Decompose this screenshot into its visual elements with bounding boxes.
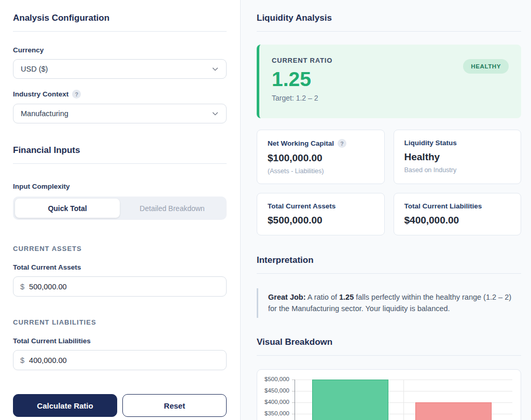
net-working-capital-subtitle: (Assets - Liabilities) bbox=[268, 167, 374, 175]
total-liabilities-card: Total Current Liabilities $400,000.00 bbox=[394, 193, 522, 235]
total-liabilities-title: Total Current Liabilities bbox=[404, 202, 482, 210]
category-gridline bbox=[403, 380, 404, 420]
currency-select-value: USD ($) bbox=[21, 65, 48, 73]
input-complexity-toggle: Quick Total Detailed Breakdown bbox=[13, 197, 227, 220]
industry-select[interactable]: Manufacturing bbox=[13, 104, 227, 123]
total-current-assets-input[interactable]: $ 500,000.00 bbox=[13, 276, 227, 297]
chart-plot-area bbox=[295, 380, 512, 420]
liquidity-status-title: Liquidity Status bbox=[404, 139, 457, 147]
current-assets-section-label: CURRENT ASSETS bbox=[13, 245, 227, 253]
y-tick-label: $350,000 bbox=[264, 410, 289, 416]
currency-prefix: $ bbox=[20, 283, 24, 291]
y-tick-label: $500,000 bbox=[264, 376, 289, 382]
interpretation-title: Interpretation bbox=[257, 255, 521, 274]
current-ratio-value: 1.25 bbox=[272, 68, 332, 91]
total-assets-title: Total Current Assets bbox=[268, 202, 336, 210]
total-assets-value: $500,000.00 bbox=[268, 215, 374, 226]
liabilities-bar bbox=[415, 402, 492, 420]
total-assets-card: Total Current Assets $500,000.00 bbox=[257, 193, 385, 235]
net-working-capital-title: Net Working Capital bbox=[268, 139, 334, 147]
reset-button[interactable]: Reset bbox=[122, 394, 227, 417]
total-current-liabilities-label: Total Current Liabilities bbox=[13, 337, 227, 345]
financial-inputs-title: Financial Inputs bbox=[13, 145, 227, 164]
total-liabilities-value: $400,000.00 bbox=[404, 215, 511, 226]
ratio-card-content: CURRENT RATIO 1.25 Target: 1.2 – 2 bbox=[272, 57, 332, 102]
analysis-configuration-panel: Analysis Configuration Currency USD ($) … bbox=[0, 0, 240, 420]
chart-y-axis-labels: $500,000 $450,000 $400,000 $350,000 bbox=[263, 380, 295, 420]
breakdown-bar-chart: $500,000 $450,000 $400,000 $350,000 bbox=[263, 380, 512, 420]
metrics-grid: Net Working Capital ? $100,000.00 (Asset… bbox=[257, 130, 521, 235]
liquidity-analysis-panel: Liquidity Analysis CURRENT RATIO 1.25 Ta… bbox=[240, 0, 531, 420]
visual-breakdown-title: Visual Breakdown bbox=[257, 337, 521, 356]
industry-select-value: Manufacturing bbox=[21, 109, 68, 118]
industry-context-label-row: Industry Context ? bbox=[13, 90, 227, 99]
interpretation-lead: Great Job: bbox=[268, 293, 306, 301]
interpretation-quote: Great Job: A ratio of 1.25 falls perfect… bbox=[257, 288, 521, 318]
chevron-down-icon bbox=[212, 65, 219, 73]
total-current-assets-label: Total Current Assets bbox=[13, 263, 227, 271]
total-current-assets-value: 500,000.00 bbox=[29, 283, 67, 291]
net-working-capital-value: $100,000.00 bbox=[268, 152, 374, 164]
interpretation-ratio: 1.25 bbox=[339, 293, 354, 301]
currency-label: Currency bbox=[13, 46, 227, 54]
ratio-target: Target: 1.2 – 2 bbox=[272, 94, 332, 102]
liquidity-status-subtitle: Based on Industry bbox=[404, 166, 511, 174]
y-axis-line bbox=[295, 380, 295, 420]
action-buttons: Calculate Ratio Reset bbox=[13, 394, 227, 417]
y-tick-label: $450,000 bbox=[264, 387, 289, 394]
segment-detailed-breakdown[interactable]: Detailed Breakdown bbox=[120, 199, 225, 218]
input-complexity-label: Input Complexity bbox=[13, 183, 227, 190]
total-current-liabilities-input[interactable]: $ 400,000.00 bbox=[13, 350, 227, 370]
liquidity-status-card: Liquidity Status Healthy Based on Indust… bbox=[394, 130, 522, 184]
net-working-capital-card: Net Working Capital ? $100,000.00 (Asset… bbox=[257, 130, 385, 184]
liquidity-status-value: Healthy bbox=[404, 151, 511, 163]
chevron-down-icon bbox=[212, 110, 219, 117]
current-ratio-card: CURRENT RATIO 1.25 Target: 1.2 – 2 HEALT… bbox=[257, 45, 521, 118]
current-ratio-label: CURRENT RATIO bbox=[272, 57, 332, 64]
assets-bar bbox=[312, 380, 388, 420]
currency-select[interactable]: USD ($) bbox=[13, 59, 227, 79]
nwc-help-icon[interactable]: ? bbox=[338, 139, 346, 148]
industry-context-label: Industry Context bbox=[13, 90, 68, 98]
calculate-ratio-button[interactable]: Calculate Ratio bbox=[13, 394, 117, 417]
healthy-status-badge: HEALTHY bbox=[463, 59, 509, 74]
currency-prefix: $ bbox=[20, 356, 24, 365]
total-current-liabilities-value: 400,000.00 bbox=[29, 356, 67, 365]
liquidity-analysis-title: Liquidity Analysis bbox=[257, 13, 521, 32]
app-root: Analysis Configuration Currency USD ($) … bbox=[0, 0, 531, 420]
segment-quick-total[interactable]: Quick Total bbox=[15, 199, 120, 218]
industry-help-icon[interactable]: ? bbox=[72, 90, 81, 99]
analysis-configuration-title: Analysis Configuration bbox=[13, 13, 227, 32]
y-tick-label: $400,000 bbox=[264, 399, 289, 405]
breakdown-chart-card: $500,000 $450,000 $400,000 $350,000 bbox=[257, 369, 521, 420]
interpretation-body-1: A ratio of bbox=[306, 293, 340, 301]
current-liabilities-section-label: CURRENT LIABILITIES bbox=[13, 318, 227, 326]
